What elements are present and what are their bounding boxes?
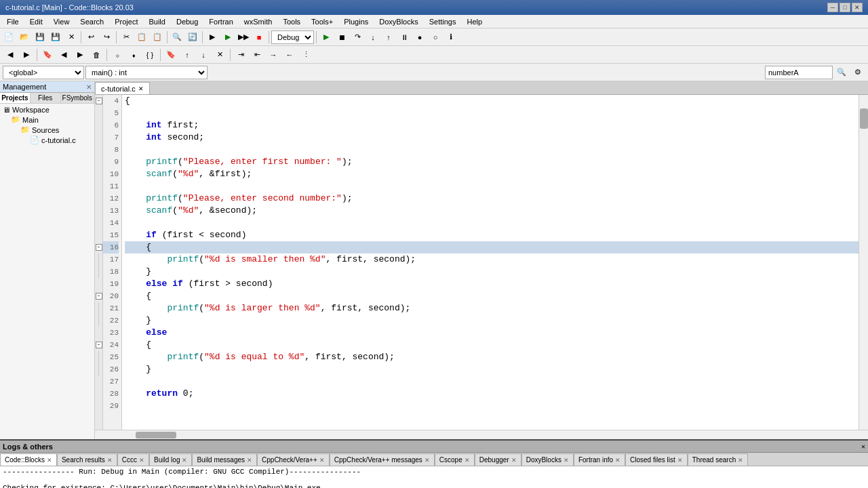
menu-plugins[interactable]: Plugins bbox=[338, 15, 374, 28]
fold-indicator-4[interactable]: - bbox=[95, 95, 102, 107]
clear-bookmarks[interactable]: ✕ bbox=[212, 47, 227, 62]
code-line-7[interactable]: int second; bbox=[125, 131, 859, 144]
vertical-scrollbar[interactable] bbox=[859, 95, 868, 430]
code-line-20[interactable]: { bbox=[125, 290, 859, 302]
menu-debug[interactable]: Debug bbox=[171, 15, 203, 28]
tree-file[interactable]: 📄 c-tutorial.c bbox=[1, 135, 93, 145]
fold-indicator-16[interactable]: - bbox=[95, 241, 102, 253]
close-file-button[interactable]: ✕ bbox=[64, 30, 79, 45]
code-line-19[interactable]: else if (first > second) bbox=[125, 278, 859, 290]
menu-help[interactable]: Help bbox=[461, 15, 488, 28]
bottom-tab-cppcheck-close[interactable]: ✕ bbox=[319, 457, 325, 464]
debug-info[interactable]: ℹ bbox=[443, 30, 458, 45]
code-line-21[interactable]: printf("%d is larger then %d", first, se… bbox=[125, 302, 859, 314]
debug-step-out[interactable]: ↑ bbox=[381, 30, 396, 45]
indent-btn[interactable]: → bbox=[266, 47, 281, 62]
nav-back[interactable]: ◀ bbox=[3, 47, 18, 62]
code-line-10[interactable]: scanf("%d", &first); bbox=[125, 168, 859, 180]
bookmark-prev[interactable]: ◀ bbox=[56, 47, 71, 62]
code-editor[interactable]: - - - - bbox=[95, 95, 868, 430]
window-controls[interactable]: ─ □ ✕ bbox=[827, 3, 863, 12]
debug-remove-break[interactable]: ○ bbox=[428, 30, 443, 45]
minimize-button[interactable]: ─ bbox=[827, 3, 838, 12]
bottom-tab-search-close[interactable]: ✕ bbox=[107, 457, 113, 464]
bottom-tab-fortran-close[interactable]: ✕ bbox=[615, 457, 620, 464]
menu-edit[interactable]: Edit bbox=[24, 15, 48, 28]
editor-tab-ctutorial[interactable]: c-tutorial.c ✕ bbox=[95, 82, 150, 94]
match-brace[interactable]: { } bbox=[142, 47, 157, 62]
horizontal-scrollbar[interactable] bbox=[95, 430, 868, 439]
save-button[interactable]: 💾 bbox=[33, 30, 47, 45]
code-line-22[interactable]: } bbox=[125, 314, 859, 327]
stop-button[interactable]: ■ bbox=[252, 30, 267, 45]
bottom-tab-closed-close[interactable]: ✕ bbox=[677, 457, 683, 464]
run-button[interactable]: ▶ bbox=[220, 30, 235, 45]
code-line-12[interactable]: printf("Please, enter second number:"); bbox=[125, 192, 859, 205]
menu-fortran[interactable]: Fortran bbox=[203, 15, 238, 28]
bottom-tab-cccc[interactable]: Cccc ✕ bbox=[117, 453, 149, 466]
menu-search[interactable]: Search bbox=[75, 15, 109, 28]
tab-projects[interactable]: Projects bbox=[0, 93, 31, 103]
code-line-29[interactable] bbox=[125, 400, 859, 412]
bottom-tab-cppcheck[interactable]: CppCheck/Vera++ ✕ bbox=[257, 453, 330, 466]
bottom-tab-cppcheck2-close[interactable]: ✕ bbox=[425, 457, 430, 464]
find-button[interactable]: 🔍 bbox=[170, 30, 184, 45]
copy-button[interactable]: 📋 bbox=[134, 30, 149, 45]
tab-fsymbols[interactable]: FSymbols bbox=[61, 93, 94, 103]
bottom-tab-debugger[interactable]: Debugger ✕ bbox=[475, 453, 521, 466]
tree-sources[interactable]: 📁 Sources bbox=[1, 125, 93, 135]
search-go-button[interactable]: 🔍 bbox=[834, 65, 849, 80]
tab-close-icon[interactable]: ✕ bbox=[138, 85, 144, 92]
redo-button[interactable]: ↪ bbox=[99, 30, 114, 45]
menu-view[interactable]: View bbox=[48, 15, 75, 28]
tab-btn-1[interactable]: ⇥ bbox=[233, 47, 248, 62]
bottom-tab-cccc-close[interactable]: ✕ bbox=[139, 457, 144, 464]
bottom-tab-debugger-close[interactable]: ✕ bbox=[511, 457, 517, 464]
bottom-tab-cscope[interactable]: Cscope ✕ bbox=[435, 453, 475, 466]
code-line-6[interactable]: int first; bbox=[125, 119, 859, 131]
debug-step-next[interactable]: ↷ bbox=[350, 30, 365, 45]
nav-forward[interactable]: ▶ bbox=[19, 47, 34, 62]
menu-wxsmith[interactable]: wxSmith bbox=[239, 15, 278, 28]
code-line-4[interactable]: { bbox=[125, 95, 859, 107]
debug-stop-button[interactable]: ⏹ bbox=[334, 30, 349, 45]
debug-dropdown[interactable]: Debug bbox=[271, 30, 314, 44]
bottom-tab-codeblocks-close[interactable]: ✕ bbox=[47, 457, 52, 464]
debug-step-into[interactable]: ↓ bbox=[366, 30, 380, 45]
bottom-tab-codeblocks[interactable]: Code::Blocks ✕ bbox=[0, 453, 57, 466]
code-line-18[interactable]: } bbox=[125, 266, 859, 278]
open-button[interactable]: 📂 bbox=[17, 30, 32, 45]
code-line-17[interactable]: printf("%d is smaller then %d", first, s… bbox=[125, 253, 859, 266]
untab-btn[interactable]: ⇤ bbox=[250, 47, 264, 62]
code-line-23[interactable]: else bbox=[125, 327, 859, 339]
menu-settings[interactable]: Settings bbox=[424, 15, 462, 28]
fold-indicator-24[interactable]: - bbox=[95, 339, 102, 351]
new-button[interactable]: 📄 bbox=[1, 30, 16, 45]
toggle-bookmark[interactable]: 🔖 bbox=[163, 47, 178, 62]
bookmark-toggle[interactable]: 🔖 bbox=[40, 47, 55, 62]
replace-button[interactable]: 🔄 bbox=[185, 30, 200, 45]
save-all-button[interactable]: 💾 bbox=[48, 30, 63, 45]
code-line-16[interactable]: { bbox=[125, 241, 859, 253]
jump-to-decl[interactable]: ⬧ bbox=[126, 47, 141, 62]
bottom-tab-cppcheck2[interactable]: CppCheck/Vera++ messages ✕ bbox=[330, 453, 435, 466]
code-line-9[interactable]: printf("Please, enter first number: "); bbox=[125, 156, 859, 168]
code-line-24[interactable]: { bbox=[125, 339, 859, 351]
function-dropdown[interactable]: main() : int bbox=[85, 66, 208, 79]
bookmark-next[interactable]: ▶ bbox=[73, 47, 87, 62]
bottom-tab-fortran[interactable]: Fortran info ✕ bbox=[574, 453, 625, 466]
menu-tools[interactable]: Tools bbox=[277, 15, 306, 28]
bottom-tab-thread[interactable]: Thread search ✕ bbox=[688, 453, 748, 466]
menu-doxyblocks[interactable]: DoxyBlocks bbox=[374, 15, 423, 28]
bottom-panel-close[interactable]: ✕ bbox=[861, 443, 865, 451]
fold-indicator-20[interactable]: - bbox=[95, 290, 102, 302]
bottom-tab-buildmsg[interactable]: Build messages ✕ bbox=[192, 453, 257, 466]
bottom-tab-buildmsg-close[interactable]: ✕ bbox=[247, 457, 252, 464]
close-button[interactable]: ✕ bbox=[852, 3, 863, 12]
bottom-tab-buildlog-close[interactable]: ✕ bbox=[182, 457, 187, 464]
bottom-tab-doxy[interactable]: DoxyBlocks ✕ bbox=[521, 453, 574, 466]
undo-button[interactable]: ↩ bbox=[83, 30, 98, 45]
bottom-tab-doxy-close[interactable]: ✕ bbox=[564, 457, 569, 464]
bottom-tab-thread-close[interactable]: ✕ bbox=[738, 457, 743, 464]
code-line-27[interactable] bbox=[125, 375, 859, 388]
